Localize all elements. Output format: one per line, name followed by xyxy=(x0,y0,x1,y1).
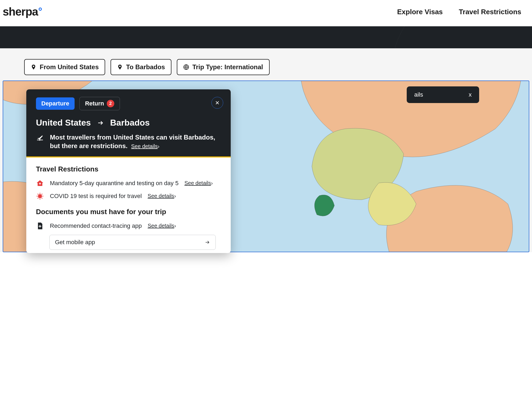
filter-pills: From United States To Barbados Trip Type… xyxy=(0,59,532,80)
background-card-close[interactable]: x xyxy=(469,91,472,98)
to-pill[interactable]: To Barbados xyxy=(111,59,171,75)
to-pill-label: To Barbados xyxy=(126,63,165,71)
modal-header: Departure Return 2 United States Barbado… xyxy=(26,89,231,156)
tab-departure[interactable]: Departure xyxy=(36,97,75,110)
restriction-covid-text: COVID 19 test is required for travel xyxy=(50,193,142,200)
background-card-text: ails xyxy=(414,91,423,98)
svg-point-1 xyxy=(38,194,42,198)
summary-row: Most travellers from United States can v… xyxy=(36,133,223,151)
nav-explore-visas[interactable]: Explore Visas xyxy=(397,8,443,16)
section-restrictions-title: Travel Restrictions xyxy=(36,165,221,173)
restriction-quarantine-text: Mandatory 5-day quarantine and testing o… xyxy=(50,180,178,187)
route-from: United States xyxy=(36,118,91,128)
brand-logo: sherpa xyxy=(3,5,42,18)
hero-band xyxy=(0,26,532,48)
route-heading: United States Barbados xyxy=(36,118,223,128)
trip-modal: Departure Return 2 United States Barbado… xyxy=(26,89,231,252)
tab-departure-label: Departure xyxy=(41,100,69,107)
summary-see-details-link[interactable]: See details xyxy=(131,143,160,149)
trip-type-pill[interactable]: Trip Type: International xyxy=(177,59,270,75)
document-app-link[interactable]: See details xyxy=(148,223,176,229)
from-pill-label: From United States xyxy=(40,63,99,71)
tab-return[interactable]: Return 2 xyxy=(79,97,120,110)
top-nav: Explore Visas Travel Restrictions xyxy=(397,8,529,16)
get-mobile-app-label: Get mobile app xyxy=(55,239,95,246)
close-icon xyxy=(215,100,220,105)
modal-body: Travel Restrictions Mandatory 5-day quar… xyxy=(26,158,231,252)
restriction-item-quarantine: Mandatory 5-day quarantine and testing o… xyxy=(36,179,221,187)
return-badge: 2 xyxy=(107,100,114,107)
section-documents-title: Documents you must have for your trip xyxy=(36,208,221,216)
top-header: sherpa Explore Visas Travel Restrictions xyxy=(0,0,532,26)
pin-icon xyxy=(31,64,36,70)
plane-icon xyxy=(36,133,45,142)
document-app-text: Recommended contact-tracing app xyxy=(50,222,142,229)
summary-text-wrap: Most travellers from United States can v… xyxy=(50,133,223,151)
brand-ring-icon xyxy=(39,8,42,11)
restriction-quarantine-link[interactable]: See details xyxy=(184,180,213,186)
route-to: Barbados xyxy=(110,118,150,128)
from-pill[interactable]: From United States xyxy=(24,59,105,75)
globe-icon xyxy=(183,64,189,70)
nav-travel-restrictions[interactable]: Travel Restrictions xyxy=(459,8,521,16)
trip-type-label: Trip Type: International xyxy=(192,63,263,71)
document-item-app: Recommended contact-tracing app See deta… xyxy=(36,222,221,230)
get-mobile-app-button[interactable]: Get mobile app xyxy=(49,235,216,250)
restriction-item-covid-test: COVID 19 test is required for travel See… xyxy=(36,192,221,200)
modal-tabs: Departure Return 2 xyxy=(36,97,223,110)
restriction-covid-link[interactable]: See details xyxy=(148,193,176,199)
virus-icon xyxy=(36,192,44,200)
house-plus-icon xyxy=(36,179,44,187)
arrow-right-icon xyxy=(205,240,210,245)
brand-logo-text: sherpa xyxy=(3,5,38,18)
arrow-right-icon xyxy=(97,120,104,126)
document-plus-icon xyxy=(36,222,44,230)
pin-icon xyxy=(117,64,123,70)
tab-return-label: Return xyxy=(85,100,104,107)
modal-close-button[interactable] xyxy=(211,97,223,109)
background-details-card: ails x xyxy=(407,86,479,103)
